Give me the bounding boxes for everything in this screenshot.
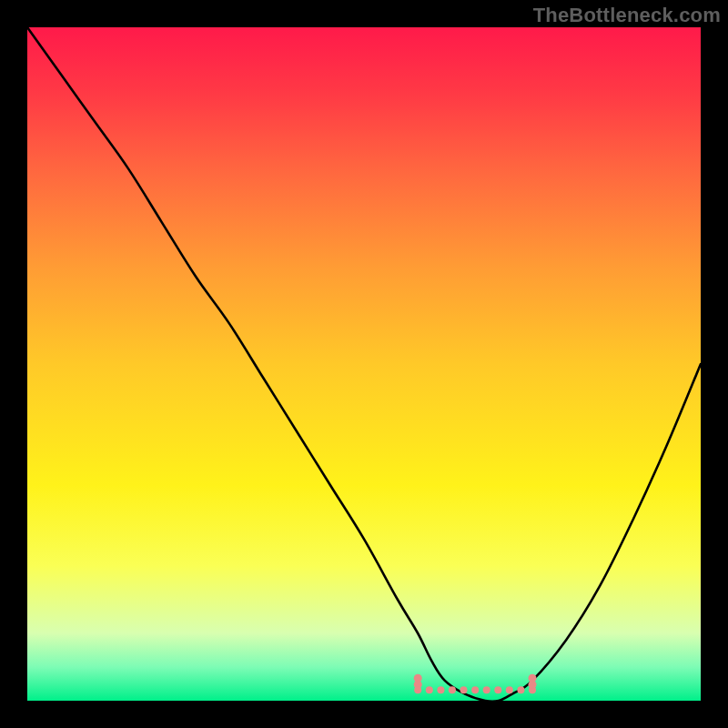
bottleneck-curve bbox=[27, 27, 701, 701]
svg-point-6 bbox=[460, 686, 468, 693]
optimal-range-dots bbox=[414, 674, 537, 694]
curve-layer bbox=[27, 27, 701, 701]
plot-area bbox=[27, 27, 701, 701]
svg-point-8 bbox=[483, 686, 490, 693]
svg-point-14 bbox=[529, 681, 537, 689]
chart-stage: TheBottleneck.com bbox=[0, 0, 728, 728]
svg-point-11 bbox=[517, 686, 524, 693]
svg-point-3 bbox=[426, 686, 433, 693]
svg-point-5 bbox=[449, 686, 456, 693]
svg-point-7 bbox=[471, 686, 479, 693]
svg-point-10 bbox=[506, 686, 513, 693]
svg-point-9 bbox=[494, 686, 501, 693]
svg-point-2 bbox=[414, 686, 421, 693]
watermark-text: TheBottleneck.com bbox=[533, 4, 721, 27]
svg-point-4 bbox=[437, 686, 444, 693]
